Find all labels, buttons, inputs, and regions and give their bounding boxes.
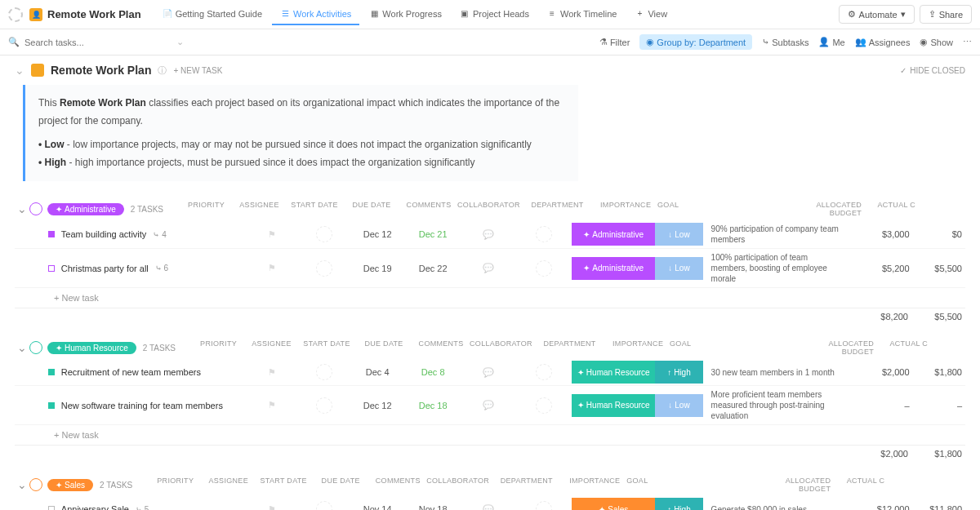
priority-cell[interactable]: ⚑: [247, 229, 298, 240]
info-icon[interactable]: ⓘ: [158, 64, 167, 77]
importance-cell[interactable]: ↑High: [655, 361, 702, 384]
goal-cell[interactable]: 100% participation of team members, boos…: [703, 251, 846, 286]
subtask-count[interactable]: ⤷ 4: [153, 230, 166, 239]
col-department[interactable]: DEPARTMENT: [527, 339, 612, 356]
tab-add-view[interactable]: +View: [626, 4, 675, 25]
actual-cell[interactable]: $11,800: [918, 504, 965, 510]
budget-cell[interactable]: $3,000: [846, 229, 918, 239]
collaborator-cell[interactable]: [516, 364, 572, 380]
col-priority[interactable]: PRIORITY: [149, 477, 202, 493]
col-actual[interactable]: ACTUAL C: [882, 339, 931, 356]
priority-cell[interactable]: ⚑: [247, 400, 298, 410]
col-budget[interactable]: ALLOCATED BUDGET: [808, 339, 882, 356]
new-task-button[interactable]: + NEW TASK: [173, 66, 222, 75]
col-collaborator[interactable]: COLLABORATOR: [426, 477, 483, 493]
col-due-date[interactable]: DUE DATE: [312, 477, 369, 493]
tab-work-activities[interactable]: ☰Work Activities: [272, 4, 359, 25]
department-cell[interactable]: ✦Human Resource: [572, 361, 655, 384]
col-priority[interactable]: PRIORITY: [180, 201, 233, 217]
col-department[interactable]: DEPARTMENT: [514, 201, 600, 217]
status-square-icon[interactable]: [48, 402, 55, 409]
importance-cell[interactable]: ↓Low: [655, 223, 702, 246]
priority-cell[interactable]: ⚑: [247, 263, 298, 273]
collapse-icon[interactable]: ⌄: [15, 64, 24, 77]
budget-cell[interactable]: $5,200: [846, 264, 918, 273]
goal-cell[interactable]: More proficient team members measured th…: [703, 388, 846, 423]
new-task-row[interactable]: + New task: [15, 425, 965, 445]
col-importance[interactable]: IMPORTANCE: [612, 339, 662, 356]
group-pill[interactable]: ✦Human Resource: [47, 342, 136, 354]
importance-cell[interactable]: ↑High: [655, 498, 702, 510]
task-name-cell[interactable]: Team building activity ⤷ 4: [48, 229, 247, 239]
chevron-down-icon[interactable]: ⌄: [15, 202, 29, 215]
actual-cell[interactable]: $5,500: [918, 264, 965, 273]
col-goal[interactable]: GOAL: [618, 477, 765, 493]
col-start-date[interactable]: START DATE: [298, 339, 355, 356]
priority-cell[interactable]: ⚑: [247, 504, 298, 510]
me-button[interactable]: 👤Me: [818, 37, 844, 47]
hide-closed-toggle[interactable]: ✓ HIDE CLOSED: [900, 66, 965, 75]
department-cell[interactable]: ✦Administrative: [572, 257, 655, 280]
comments-cell[interactable]: 💬: [461, 263, 516, 273]
col-goal[interactable]: GOAL: [649, 201, 796, 217]
chevron-down-icon[interactable]: ⌄: [15, 478, 29, 491]
due-date-cell[interactable]: Dec 22: [405, 264, 461, 273]
col-collaborator[interactable]: COLLABORATOR: [470, 339, 527, 356]
importance-cell[interactable]: ↓Low: [655, 257, 702, 280]
col-due-date[interactable]: DUE DATE: [355, 339, 412, 356]
group-pill[interactable]: ✦Administrative: [47, 203, 124, 215]
status-square-icon[interactable]: [48, 231, 55, 237]
tab-work-timeline[interactable]: ≡Work Timeline: [539, 4, 625, 25]
due-date-cell[interactable]: Nov 18: [405, 504, 461, 510]
budget-cell[interactable]: –: [846, 401, 918, 410]
col-assignee[interactable]: ASSIGNEE: [202, 477, 255, 493]
status-square-icon[interactable]: [48, 506, 55, 510]
assignee-cell[interactable]: [298, 397, 350, 414]
collaborator-cell[interactable]: [516, 397, 572, 414]
collaborator-cell[interactable]: [516, 260, 572, 277]
col-comments[interactable]: COMMENTS: [400, 201, 457, 217]
col-budget[interactable]: ALLOCATED BUDGET: [796, 201, 870, 217]
subtasks-button[interactable]: ⤷Subtasks: [762, 37, 808, 47]
new-task-row[interactable]: + New task: [15, 288, 965, 308]
goal-cell[interactable]: Generate $80,000 in sales: [703, 503, 846, 510]
subtask-count[interactable]: ⤷ 5: [136, 505, 149, 510]
col-importance[interactable]: IMPORTANCE: [569, 477, 618, 493]
col-actual[interactable]: ACTUAL C: [839, 477, 888, 493]
tab-getting-started[interactable]: 📄Getting Started Guide: [154, 4, 270, 25]
importance-cell[interactable]: ↓Low: [655, 394, 702, 417]
goal-cell[interactable]: 90% participation of company team member…: [703, 222, 846, 246]
status-square-icon[interactable]: [48, 265, 55, 272]
col-actual[interactable]: ACTUAL C: [870, 201, 919, 217]
filter-button[interactable]: ⚗Filter: [599, 37, 630, 47]
priority-cell[interactable]: ⚑: [247, 367, 298, 378]
task-name-cell[interactable]: Christmas party for all ⤷ 6: [48, 264, 247, 273]
chevron-down-icon[interactable]: ⌄: [15, 341, 29, 354]
assignee-cell[interactable]: [298, 364, 350, 380]
tab-project-heads[interactable]: ▣Project Heads: [452, 4, 537, 25]
department-cell[interactable]: ✦Administrative: [572, 223, 655, 246]
start-date-cell[interactable]: Dec 4: [350, 367, 405, 377]
actual-cell[interactable]: $0: [918, 229, 965, 239]
comments-cell[interactable]: 💬: [461, 504, 516, 510]
start-date-cell[interactable]: Dec 12: [350, 401, 405, 410]
automate-button[interactable]: ⚙Automate▾: [839, 5, 915, 24]
app-logo-icon[interactable]: [8, 7, 23, 22]
col-comments[interactable]: COMMENTS: [369, 477, 426, 493]
comments-cell[interactable]: 💬: [461, 229, 516, 240]
assignees-button[interactable]: 👥Assignees: [855, 37, 911, 47]
col-assignee[interactable]: ASSIGNEE: [233, 201, 286, 217]
budget-cell[interactable]: $12,000: [846, 504, 918, 510]
department-cell[interactable]: ✦Human Resource: [572, 394, 655, 417]
assignee-cell[interactable]: [298, 501, 350, 510]
search-input[interactable]: [24, 38, 122, 47]
task-row[interactable]: Christmas party for all ⤷ 6 ⚑ Dec 19 Dec…: [15, 249, 965, 288]
more-button[interactable]: ⋯: [963, 37, 972, 47]
collaborator-cell[interactable]: [516, 501, 572, 510]
task-name-cell[interactable]: Recruitment of new team members: [48, 367, 247, 377]
col-goal[interactable]: GOAL: [662, 339, 808, 356]
col-comments[interactable]: COMMENTS: [412, 339, 470, 356]
collaborator-cell[interactable]: [516, 226, 572, 242]
tab-work-progress[interactable]: ▦Work Progress: [361, 4, 450, 25]
task-row[interactable]: Anniversary Sale ⤷ 5 ⚑ Nov 14 Nov 18 💬 ✦…: [15, 496, 965, 510]
